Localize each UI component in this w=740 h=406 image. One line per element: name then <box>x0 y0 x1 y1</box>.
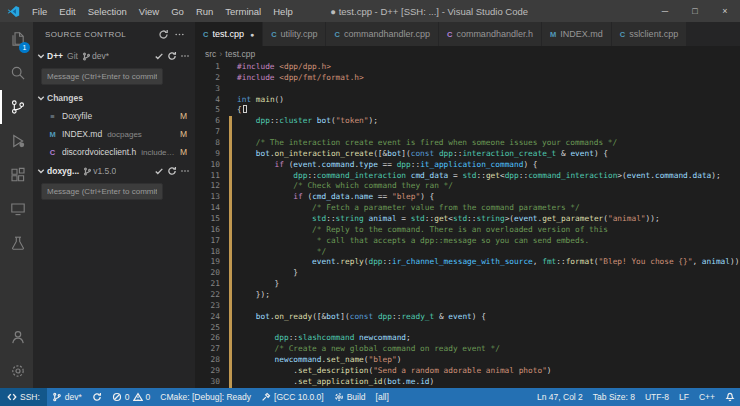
notifications[interactable] <box>720 388 740 406</box>
chevron-down-icon[interactable] <box>35 51 47 61</box>
language-mode[interactable]: C++ <box>694 388 720 406</box>
scm-file-row[interactable]: MINDEX.mddocpagesM <box>33 125 195 143</box>
code-line <box>237 127 740 138</box>
commit-message-input[interactable] <box>41 183 163 200</box>
code-line: * call that accepts a dpp::message so yo… <box>237 236 740 247</box>
activity-run-debug[interactable] <box>0 124 33 158</box>
check-icon[interactable] <box>152 49 165 63</box>
breadcrumb-item[interactable]: src <box>205 49 216 59</box>
menu-file[interactable]: File <box>26 0 53 22</box>
tab-test-cpp[interactable]: Ctest.cpp● <box>195 22 263 46</box>
menu-go[interactable]: Go <box>165 0 190 22</box>
tab-commandhandler-h[interactable]: Ccommandhandler.h <box>439 22 542 46</box>
more-icon[interactable] <box>178 164 191 178</box>
commit-message-input[interactable] <box>41 68 163 85</box>
menu-help[interactable]: Help <box>267 0 299 22</box>
menu-bar: FileEditSelectionViewGoRunTerminalHelp <box>26 0 299 22</box>
cmake-variant-label: CMake: [Debug]: Ready <box>160 392 251 402</box>
refresh-icon[interactable] <box>165 49 178 63</box>
close-button[interactable]: × <box>710 0 740 22</box>
activity-remote-explorer[interactable] <box>0 192 33 226</box>
encoding[interactable]: UTF-8 <box>640 388 674 406</box>
code-area: 1234567891011121314151617181920212223242… <box>195 62 740 388</box>
activity-extensions[interactable] <box>0 158 33 192</box>
refresh-icon[interactable] <box>156 27 171 42</box>
cursor-position[interactable]: Ln 47, Col 2 <box>532 388 588 406</box>
remote-indicator[interactable]: SSH: <box>0 388 47 406</box>
activity-explorer[interactable]: 1 <box>0 22 33 56</box>
file-type-icon: M <box>550 30 556 39</box>
minimize-button[interactable]: ─ <box>650 0 680 22</box>
cmake-build[interactable]: Build <box>329 388 371 406</box>
cmake-target[interactable]: [all] <box>371 388 394 406</box>
scm-repo-header[interactable]: D++Gitdev* <box>33 46 195 66</box>
scm-section-header[interactable]: Changes <box>33 89 195 107</box>
line-number: 21 <box>195 279 220 290</box>
tab-index-md[interactable]: MINDEX.md <box>542 22 612 46</box>
sidebar-header: SOURCE CONTROL <box>33 22 195 46</box>
repo-scm-label: Git <box>67 51 78 61</box>
line-number: 4 <box>195 95 220 106</box>
menu-selection[interactable]: Selection <box>82 0 133 22</box>
line-number: 7 <box>195 127 220 138</box>
more-icon[interactable] <box>172 27 187 42</box>
refresh-icon[interactable] <box>165 164 178 178</box>
indentation[interactable]: Tab Size: 8 <box>588 388 640 406</box>
line-number: 22 <box>195 290 220 301</box>
activity-account[interactable] <box>0 320 33 354</box>
maximize-button[interactable]: □ <box>680 0 710 22</box>
encoding-label: UTF-8 <box>645 392 669 402</box>
code-line: event.reply(dpp::ir_channel_message_with… <box>237 257 740 268</box>
menu-terminal[interactable]: Terminal <box>219 0 267 22</box>
gutter: 1234567891011121314151617181920212223242… <box>195 62 229 388</box>
eol[interactable]: LF <box>674 388 694 406</box>
account-icon <box>10 329 26 345</box>
remote-icon <box>7 392 17 402</box>
editor-area: Ctest.cpp●Cutility.cppCcommandhandler.cp… <box>195 22 740 388</box>
sync[interactable] <box>87 388 107 406</box>
problems[interactable]: 00 <box>107 388 155 406</box>
code-line: if (cmd_data.name == "blep") { <box>237 192 740 203</box>
code-line: #include <dpp/fmt/format.h> <box>237 73 740 84</box>
code-line: #include <dpp/dpp.h> <box>237 62 740 73</box>
cmake-variant[interactable]: CMake: [Debug]: Ready <box>155 388 256 406</box>
activity-settings[interactable] <box>0 354 33 388</box>
git-branch[interactable]: dev* <box>47 388 87 406</box>
more-icon[interactable] <box>178 49 191 63</box>
vscode-window: FileEditSelectionViewGoRunTerminalHelp ●… <box>0 0 740 406</box>
line-number: 12 <box>195 181 220 192</box>
problems-label: 0 <box>125 392 130 402</box>
tab-utility-cpp[interactable]: Cutility.cpp <box>263 22 326 46</box>
code-line: .set_application_id(bot.me.id) <box>237 377 740 388</box>
search-icon <box>10 65 26 81</box>
title-bar: FileEditSelectionViewGoRunTerminalHelp ●… <box>0 0 740 22</box>
activity-source-control[interactable] <box>0 90 33 124</box>
chevron-down-icon[interactable] <box>35 166 47 176</box>
gear-icon <box>334 392 344 402</box>
scm-file-row[interactable]: Cdiscordvoiceclient.hinclude/d...M <box>33 143 195 161</box>
menu-run[interactable]: Run <box>190 0 219 22</box>
branch-icon <box>52 392 62 402</box>
code-lines[interactable]: #include <dpp/dpp.h>#include <dpp/fmt/fo… <box>229 62 740 388</box>
menu-edit[interactable]: Edit <box>53 0 81 22</box>
scm-repo-header[interactable]: doxyg...v1.5.0 <box>33 161 195 181</box>
activity-testing[interactable] <box>0 226 33 260</box>
chevron-right-icon: › <box>219 49 222 59</box>
git-branch-label: dev* <box>65 392 82 402</box>
branch-icon <box>82 52 91 61</box>
code-line: /* Fetch a parameter value from the comm… <box>237 203 740 214</box>
breadcrumb-item[interactable]: test.cpp <box>225 49 255 59</box>
menu-view[interactable]: View <box>133 0 165 22</box>
cmake-kit[interactable]: [GCC 10.0.0] <box>256 388 329 406</box>
scm-file-row[interactable]: ≡DoxyfileM <box>33 107 195 125</box>
tab-label: utility.cpp <box>281 29 318 39</box>
chevron-down-icon[interactable] <box>35 93 47 103</box>
sidebar-title: SOURCE CONTROL <box>45 30 126 39</box>
tab-sslclient-cpp[interactable]: Csslclient.cpp <box>612 22 687 46</box>
tab-commandhandler-cpp[interactable]: Ccommandhandler.cpp <box>326 22 438 46</box>
activity-search[interactable] <box>0 56 33 90</box>
line-number: 28 <box>195 355 220 366</box>
check-icon[interactable] <box>152 164 165 178</box>
git-status-badge: M <box>176 129 187 139</box>
activity-badge: 1 <box>19 42 30 53</box>
